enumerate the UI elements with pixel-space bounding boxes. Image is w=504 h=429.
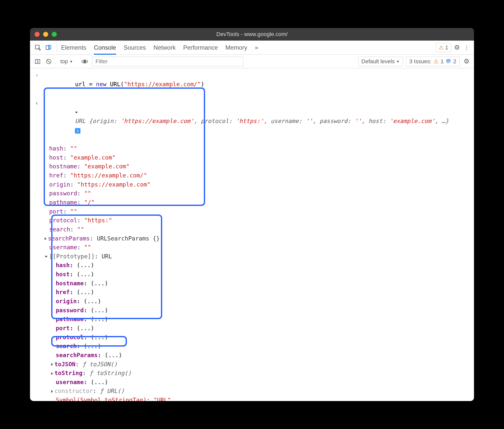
issues-summary[interactable]: 3 Issues: ⚠︎ 1 💬︎ 2 bbox=[406, 57, 460, 66]
proto-property-row[interactable]: hostname: (...) bbox=[30, 279, 474, 288]
proto-property-row[interactable]: username: (...) bbox=[30, 378, 474, 387]
property-row[interactable]: protocol: "https:" bbox=[30, 216, 474, 225]
log-levels-selector[interactable]: Default levels ▼ bbox=[358, 57, 403, 66]
property-row[interactable]: href: "https://example.com/" bbox=[30, 171, 474, 180]
property-row[interactable]: port: "" bbox=[30, 207, 474, 216]
object-summary[interactable]: URL {origin: 'https://example.com', prot… bbox=[75, 118, 449, 124]
code-token: ) bbox=[201, 81, 204, 87]
tab-memory[interactable]: Memory bbox=[226, 44, 247, 55]
code-string: "https://example.com/" bbox=[124, 81, 201, 87]
property-row[interactable]: searchParams: URLSearchParams {} bbox=[30, 234, 474, 243]
warn-icon: ⚠︎ bbox=[439, 44, 444, 51]
proto-property-row[interactable]: port: (...) bbox=[30, 324, 474, 333]
proto-property-row[interactable]: pathname: (...) bbox=[30, 315, 474, 324]
sidebar-toggle-icon[interactable] bbox=[34, 57, 42, 66]
devtools-window: DevTools - www.google.com/ Elements Cons… bbox=[30, 28, 474, 401]
issues-msg-count: 2 bbox=[453, 58, 456, 65]
titlebar: DevTools - www.google.com/ bbox=[30, 28, 474, 41]
toolbar-issue-count-value: 1 bbox=[445, 44, 448, 51]
close-icon[interactable] bbox=[35, 32, 40, 37]
property-row[interactable]: pathname: "/" bbox=[30, 198, 474, 207]
tab-sources[interactable]: Sources bbox=[124, 44, 146, 55]
log-levels-label: Default levels bbox=[361, 58, 395, 65]
filter-input[interactable] bbox=[92, 57, 243, 66]
context-selector-label: top bbox=[60, 58, 68, 65]
window-controls bbox=[35, 32, 57, 37]
proto-property-row[interactable]: Symbol(Symbol.toStringTag): "URL" bbox=[30, 396, 474, 401]
proto-property-row[interactable]: origin: (...) bbox=[30, 297, 474, 306]
panel-tabs: Elements Console Sources Network Perform… bbox=[61, 44, 258, 51]
proto-property-row[interactable]: host: (...) bbox=[30, 270, 474, 279]
code-token: url = bbox=[75, 81, 96, 87]
prototype-row[interactable]: [[Prototype]]: URL bbox=[30, 252, 474, 261]
expand-icon[interactable] bbox=[51, 363, 53, 366]
console-input-row: › url = new URL("https://example.com/") bbox=[30, 70, 474, 98]
clear-console-icon[interactable] bbox=[45, 57, 53, 66]
console-result-row[interactable]: ‹ URL {origin: 'https://example.com', pr… bbox=[30, 98, 474, 144]
proto-property-row[interactable]: password: (...) bbox=[30, 306, 474, 315]
expand-icon[interactable] bbox=[75, 112, 78, 113]
expand-icon[interactable] bbox=[45, 256, 48, 258]
proto-method-row[interactable]: toJSON: ƒ toJSON() bbox=[30, 360, 474, 369]
issues-label: 3 Issues: bbox=[409, 58, 431, 65]
console-settings-icon[interactable]: ⚙ bbox=[463, 56, 470, 66]
proto-property-row[interactable]: hash: (...) bbox=[30, 261, 474, 270]
live-expression-icon[interactable] bbox=[80, 58, 89, 65]
property-row[interactable]: host: "example.com" bbox=[30, 153, 474, 162]
svg-rect-3 bbox=[35, 59, 40, 64]
toolbar-issue-count[interactable]: ⚠︎ 1 bbox=[436, 43, 451, 52]
code-keyword: new bbox=[96, 81, 107, 87]
property-row[interactable]: hash: "" bbox=[30, 144, 474, 153]
result-arrow-icon: ‹ bbox=[34, 99, 40, 108]
kebab-icon[interactable]: ⋮ bbox=[463, 43, 470, 52]
expand-icon[interactable] bbox=[51, 372, 53, 375]
proto-method-row[interactable]: toString: ƒ toString() bbox=[30, 369, 474, 378]
tab-elements[interactable]: Elements bbox=[61, 44, 86, 55]
proto-property-row[interactable]: search: (...) bbox=[30, 342, 474, 351]
settings-icon[interactable]: ⚙ bbox=[453, 43, 461, 52]
console-toolbar: top ▼ Default levels ▼ 3 Issues: ⚠︎ 1 💬︎… bbox=[30, 55, 474, 68]
tab-performance[interactable]: Performance bbox=[183, 44, 218, 55]
tab-console[interactable]: Console bbox=[94, 44, 116, 55]
expand-icon[interactable] bbox=[45, 237, 46, 240]
tab-overflow[interactable]: » bbox=[255, 44, 258, 55]
warn-icon: ⚠︎ bbox=[434, 58, 439, 65]
window-title: DevTools - www.google.com/ bbox=[30, 31, 474, 38]
svg-point-5 bbox=[83, 60, 86, 63]
issues-warn-count: 1 bbox=[441, 58, 444, 65]
context-selector[interactable]: top ▼ bbox=[59, 58, 74, 65]
property-row[interactable]: password: "" bbox=[30, 189, 474, 198]
tab-network[interactable]: Network bbox=[153, 44, 176, 55]
property-row[interactable]: search: "" bbox=[30, 225, 474, 234]
info-icon[interactable]: i bbox=[75, 128, 80, 134]
proto-property-row[interactable]: href: (...) bbox=[30, 288, 474, 297]
device-mode-icon[interactable] bbox=[44, 43, 53, 52]
property-row[interactable]: hostname: "example.com" bbox=[30, 162, 474, 171]
inspect-icon[interactable] bbox=[34, 43, 42, 52]
main-toolbar: Elements Console Sources Network Perform… bbox=[30, 41, 474, 55]
proto-property-row[interactable]: searchParams: (...) bbox=[30, 351, 474, 360]
zoom-icon[interactable] bbox=[52, 32, 57, 37]
code-token: URL( bbox=[106, 81, 124, 87]
property-row[interactable]: username: "" bbox=[30, 243, 474, 252]
message-icon: 💬︎ bbox=[446, 58, 451, 65]
proto-method-row[interactable]: constructor: ƒ URL() bbox=[30, 387, 474, 396]
input-prompt-icon: › bbox=[34, 71, 40, 80]
expand-icon[interactable] bbox=[51, 390, 53, 393]
console-body[interactable]: › url = new URL("https://example.com/") … bbox=[30, 68, 474, 401]
property-row[interactable]: origin: "https://example.com" bbox=[30, 180, 474, 189]
proto-property-row[interactable]: protocol: (...) bbox=[30, 333, 474, 342]
minimize-icon[interactable] bbox=[43, 32, 48, 37]
